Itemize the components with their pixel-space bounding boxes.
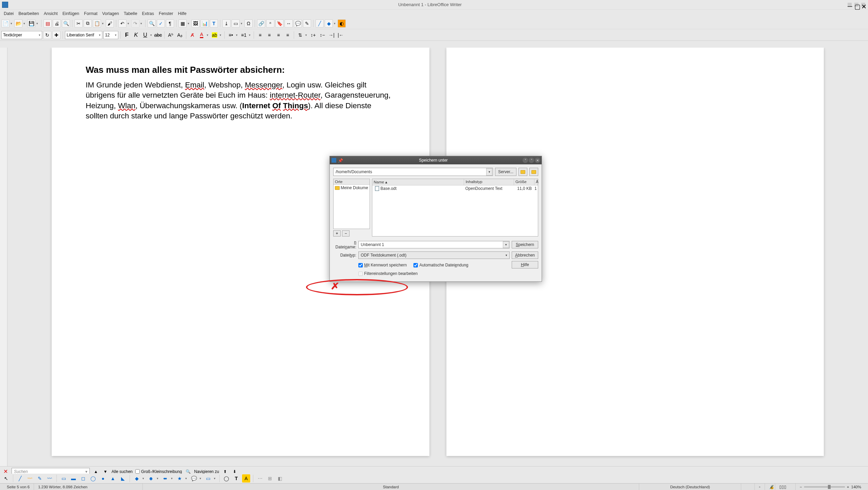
polygon-tool[interactable]: 〰 — [46, 474, 54, 483]
triangle-tool[interactable]: ▲ — [109, 474, 117, 483]
zoom-slider[interactable] — [804, 486, 845, 488]
line-button[interactable]: ╱ — [316, 19, 324, 28]
server-button[interactable]: Server... — [495, 168, 516, 176]
font-size-combo[interactable]: 12▾ — [103, 31, 118, 39]
subscript-button[interactable]: Aᵦ — [176, 31, 184, 39]
line-spacing-button[interactable]: ⇅ — [296, 31, 304, 39]
spellcheck-button[interactable]: ✓ — [157, 19, 165, 28]
menu-einfuegen[interactable]: Einfügen — [60, 11, 82, 16]
chart-button[interactable]: 📊 — [201, 19, 209, 28]
zoom-out-button[interactable]: − — [800, 485, 802, 489]
new-doc-button[interactable]: 📄 — [1, 19, 10, 28]
basic-shapes-tool[interactable]: ◆ — [133, 474, 141, 483]
autoext-checkbox[interactable]: Automatische Dateiendung — [413, 263, 468, 267]
menu-format[interactable]: Format — [82, 11, 100, 16]
new-folder-button[interactable] — [529, 168, 538, 176]
col-type[interactable]: Inhaltstyp — [464, 179, 514, 185]
clear-formatting-button[interactable]: A̸ — [188, 31, 197, 39]
print-preview-button[interactable]: 🔍 — [62, 19, 70, 28]
bookmark-button[interactable]: 🔖 — [275, 19, 284, 28]
points-tool[interactable]: ⋯ — [256, 474, 264, 483]
filetype-combo[interactable]: ODF Textdokument (.odt)▾ — [358, 251, 510, 259]
status-insert-mode[interactable] — [741, 484, 755, 490]
zoom-value[interactable]: 140% — [851, 485, 861, 489]
track-changes-button[interactable]: ✎ — [303, 19, 311, 28]
menu-extras[interactable]: Extras — [140, 11, 156, 16]
find-all-button[interactable]: Alle suchen — [112, 469, 133, 474]
bullet-list-button[interactable]: ≡• — [227, 31, 235, 39]
underline-button[interactable]: U — [141, 31, 149, 39]
textbox-button[interactable]: T — [210, 19, 218, 28]
status-selection-mode[interactable]: ▫ — [755, 484, 765, 490]
para-style-combo[interactable]: Textkörper▾ — [1, 31, 42, 39]
menu-tabelle[interactable]: Tabelle — [121, 11, 140, 16]
rtriangle-tool[interactable]: ◣ — [119, 474, 127, 483]
footnote-button[interactable]: ⁿ — [266, 19, 274, 28]
maximize-button[interactable]: ▢ — [854, 3, 858, 7]
minimize-button[interactable]: ─ — [848, 3, 852, 7]
fontwork-tool[interactable]: A — [242, 474, 250, 483]
cut-button[interactable]: ✂ — [74, 19, 83, 28]
format-paintbrush-button[interactable]: 🖌 — [106, 19, 114, 28]
paste-button[interactable]: 📋 — [93, 19, 101, 28]
pin-icon[interactable]: 📌 — [338, 158, 342, 162]
callout-tool[interactable]: ◯ — [222, 474, 231, 483]
filename-input[interactable]: Unbenannt 1▾ — [358, 241, 510, 248]
status-words[interactable]: 1.230 Wörter, 8.098 Zeichen — [34, 484, 143, 490]
comment-button[interactable]: 💬 — [294, 19, 302, 28]
indent-dec-button[interactable]: |← — [337, 31, 345, 39]
status-view-layout[interactable]: ▯▯▯ — [775, 484, 796, 490]
cancel-action-button[interactable]: Abbrechen — [512, 251, 538, 259]
dialog-maximize-button[interactable]: ˄ — [529, 158, 534, 163]
font-color-button[interactable]: A — [198, 31, 206, 39]
draw-functions-button[interactable]: ◐ — [338, 19, 346, 28]
menu-ansicht[interactable]: Ansicht — [41, 11, 60, 16]
vertical-ruler[interactable] — [0, 48, 7, 466]
file-list[interactable]: Name ▴ Inhaltstyp Größe Ä Base.odt OpenD… — [372, 179, 538, 236]
status-signature[interactable]: 🔏 — [765, 484, 775, 490]
font-name-combo[interactable]: Liberation Serif▾ — [65, 31, 102, 39]
col-size[interactable]: Größe — [514, 179, 534, 185]
cross-ref-button[interactable]: ↔ — [285, 19, 293, 28]
flowchart-shapes-tool[interactable]: ▭ — [204, 474, 212, 483]
status-style[interactable]: Standard — [143, 484, 639, 490]
places-item-documents[interactable]: Meine Dokume — [334, 185, 370, 191]
help-action-button[interactable]: Hilfe — [512, 261, 538, 268]
dialog-titlebar[interactable]: 📌 Speichern unter ˅ ˄ ✕ — [330, 156, 542, 164]
callout-shapes-tool[interactable]: 💬 — [190, 474, 198, 483]
line-tool[interactable]: ╱ — [16, 474, 24, 483]
field-button[interactable]: ▭ — [232, 19, 240, 28]
circle-tool[interactable]: ● — [99, 474, 107, 483]
menu-vorlagen[interactable]: Vorlagen — [100, 11, 121, 16]
remove-place-button[interactable]: − — [342, 230, 350, 236]
hyperlink-button[interactable]: 🔗 — [257, 19, 265, 28]
symbol-shapes-tool[interactable]: ☻ — [147, 474, 155, 483]
new-style-button[interactable]: ✚ — [52, 31, 61, 39]
image-button[interactable]: 🖼 — [191, 19, 200, 28]
highlight-button[interactable]: ab — [210, 31, 219, 39]
basic-shapes-button[interactable]: ◆ — [325, 19, 333, 28]
menu-hilfe[interactable]: Hilfe — [175, 11, 189, 16]
menu-fenster[interactable]: Fenster — [156, 11, 175, 16]
ellipse-tool[interactable]: ◯ — [89, 474, 97, 483]
para-spacing-dec-button[interactable]: ↕− — [318, 31, 326, 39]
bold-button[interactable]: F — [123, 31, 131, 39]
undo-button[interactable]: ↶ — [118, 19, 126, 28]
status-page[interactable]: Seite 5 von 6 — [3, 484, 34, 490]
col-name[interactable]: Name ▴ — [372, 179, 464, 185]
align-center-button[interactable]: ≡ — [265, 31, 273, 39]
strikethrough-button[interactable]: abc — [154, 31, 162, 39]
menu-bearbeiten[interactable]: Bearbeiten — [16, 11, 41, 16]
align-justify-button[interactable]: ≡ — [284, 31, 292, 39]
freeform-tool[interactable]: ✎ — [36, 474, 44, 483]
superscript-button[interactable]: Aᵇ — [167, 31, 175, 39]
print-button[interactable]: 🖨 — [53, 19, 61, 28]
formatting-marks-button[interactable]: ¶ — [166, 19, 174, 28]
col-date[interactable]: Ä — [534, 179, 538, 185]
para-spacing-inc-button[interactable]: ↕+ — [309, 31, 317, 39]
save-button[interactable]: 💾 — [27, 19, 35, 28]
zoom-in-button[interactable]: + — [847, 485, 849, 489]
square-tool[interactable]: ◻ — [79, 474, 87, 483]
vtext-tool[interactable]: T — [232, 474, 240, 483]
redo-button[interactable]: ↷ — [131, 19, 139, 28]
